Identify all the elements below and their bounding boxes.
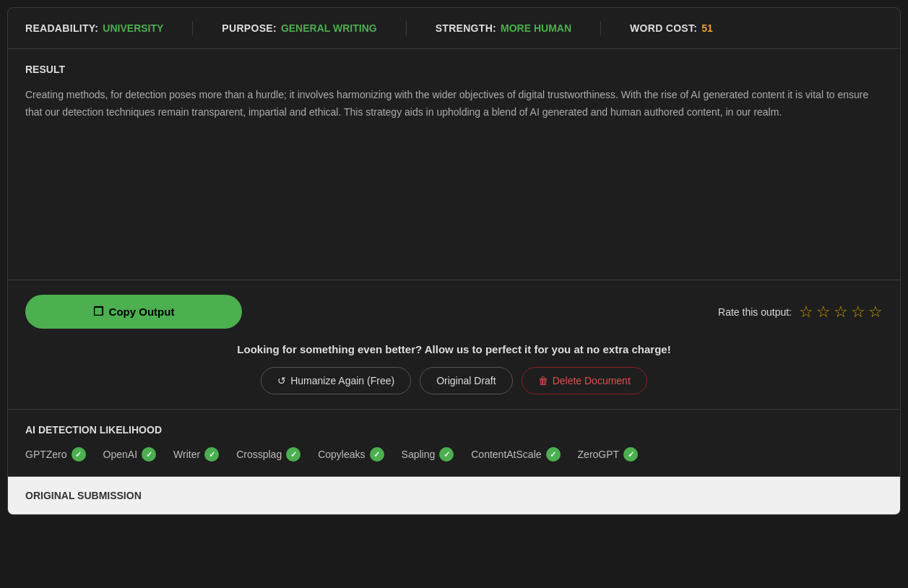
check-icon-copyleaks: ✓	[370, 447, 384, 462]
readability-value: UNIVERSITY	[103, 22, 163, 34]
check-icon-contentatscale: ✓	[546, 447, 561, 462]
word-cost-stat: WORD COST: 51	[630, 22, 713, 34]
trash-icon: 🗑	[538, 375, 548, 386]
divider-1	[192, 21, 193, 35]
detection-label: AI DETECTION LIKELIHOOD	[25, 424, 883, 436]
copy-icon: ❐	[93, 305, 103, 319]
result-text: Creating methods, for detection poses mo…	[25, 87, 883, 121]
star-4[interactable]: ☆	[851, 303, 865, 321]
detection-name-gptzero: GPTZero	[25, 449, 67, 460]
detection-item-contentatscale: ContentAtScale✓	[471, 447, 560, 462]
star-1[interactable]: ☆	[799, 303, 813, 321]
star-2[interactable]: ☆	[816, 303, 831, 321]
delete-document-button[interactable]: 🗑 Delete Document	[522, 367, 647, 394]
detection-name-copyleaks: Copyleaks	[318, 449, 365, 460]
actions-top: ❐ Copy Output Rate this output: ☆ ☆ ☆ ☆ …	[25, 295, 883, 329]
main-panel: READABILITY: UNIVERSITY PURPOSE: GENERAL…	[7, 7, 901, 515]
detection-item-gptzero: GPTZero✓	[25, 447, 86, 462]
humanize-again-button[interactable]: ↺ Humanize Again (Free)	[261, 367, 411, 394]
promo-text: Looking for something even better? Allow…	[25, 343, 883, 355]
check-icon-writer: ✓	[204, 447, 219, 462]
check-icon-gptzero: ✓	[72, 447, 86, 462]
detection-item-writer: Writer✓	[173, 447, 219, 462]
original-submission-label: ORIGINAL SUBMISSION	[25, 490, 883, 501]
check-icon-sapling: ✓	[439, 447, 454, 462]
undo-icon: ↺	[277, 375, 286, 386]
purpose-stat: PURPOSE: GENERAL WRITING	[222, 22, 376, 34]
action-buttons: ↺ Humanize Again (Free) Original Draft 🗑…	[25, 367, 883, 394]
detection-name-openai: OpenAI	[103, 449, 137, 460]
delete-label: Delete Document	[553, 375, 631, 386]
purpose-label: PURPOSE:	[222, 22, 277, 34]
readability-label: READABILITY:	[25, 22, 98, 34]
copy-output-button[interactable]: ❐ Copy Output	[25, 295, 242, 329]
star-5[interactable]: ☆	[868, 303, 883, 321]
star-rating: ☆ ☆ ☆ ☆ ☆	[799, 303, 883, 321]
actions-row: ❐ Copy Output Rate this output: ☆ ☆ ☆ ☆ …	[8, 280, 900, 410]
detection-items: GPTZero✓OpenAI✓Writer✓Crossplag✓Copyleak…	[25, 447, 883, 462]
stats-row: READABILITY: UNIVERSITY PURPOSE: GENERAL…	[8, 8, 900, 49]
readability-stat: READABILITY: UNIVERSITY	[25, 22, 163, 34]
original-draft-label: Original Draft	[436, 375, 496, 386]
result-label: RESULT	[25, 64, 883, 75]
detection-name-contentatscale: ContentAtScale	[471, 449, 541, 460]
strength-value: MORE HUMAN	[501, 22, 571, 34]
detection-name-writer: Writer	[173, 449, 200, 460]
detection-item-sapling: Sapling✓	[402, 447, 454, 462]
detection-item-crossplag: Crossplag✓	[236, 447, 300, 462]
detection-name-crossplag: Crossplag	[236, 449, 282, 460]
strength-stat: STRENGTH: MORE HUMAN	[436, 22, 571, 34]
divider-2	[406, 21, 407, 35]
detection-item-openai: OpenAI✓	[103, 447, 156, 462]
check-icon-zerogpt: ✓	[623, 447, 638, 462]
humanize-label: Humanize Again (Free)	[290, 375, 394, 386]
word-cost-value: 51	[701, 22, 713, 34]
word-cost-label: WORD COST:	[630, 22, 697, 34]
original-submission-section: ORIGINAL SUBMISSION	[8, 477, 900, 514]
rating-container: Rate this output: ☆ ☆ ☆ ☆ ☆	[718, 303, 883, 321]
detection-item-copyleaks: Copyleaks✓	[318, 447, 384, 462]
original-draft-button[interactable]: Original Draft	[420, 367, 512, 394]
detection-section: AI DETECTION LIKELIHOOD GPTZero✓OpenAI✓W…	[8, 410, 900, 477]
detection-name-sapling: Sapling	[402, 449, 436, 460]
rate-label: Rate this output:	[718, 306, 792, 318]
divider-3	[600, 21, 601, 35]
strength-label: STRENGTH:	[436, 22, 496, 34]
detection-name-zerogpt: ZeroGPT	[578, 449, 620, 460]
star-3[interactable]: ☆	[834, 303, 848, 321]
check-icon-openai: ✓	[142, 447, 156, 462]
check-icon-crossplag: ✓	[286, 447, 300, 462]
copy-button-label: Copy Output	[109, 306, 175, 318]
result-section: RESULT Creating methods, for detection p…	[8, 49, 900, 280]
purpose-value: GENERAL WRITING	[281, 22, 377, 34]
detection-item-zerogpt: ZeroGPT✓	[578, 447, 639, 462]
